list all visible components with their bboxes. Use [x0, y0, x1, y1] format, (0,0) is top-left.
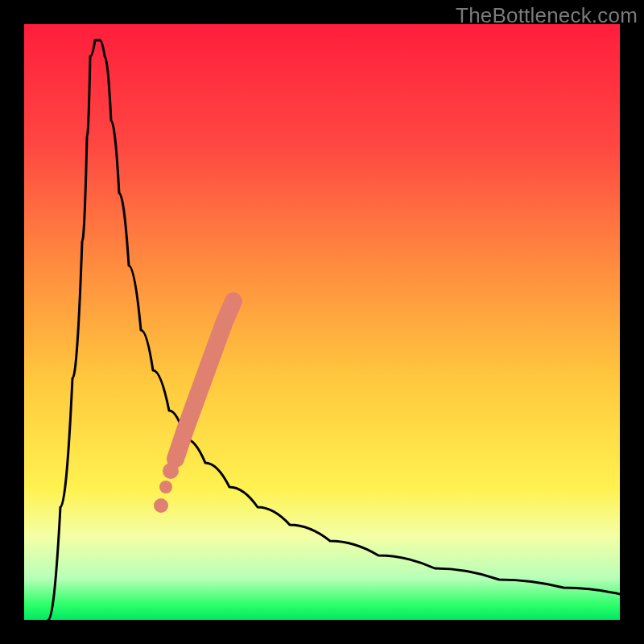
marker-dot — [154, 498, 168, 513]
marker-dot — [159, 481, 172, 493]
marker-dot — [163, 463, 179, 479]
plot-area — [24, 24, 620, 620]
curve-layer — [24, 24, 620, 620]
bottleneck-curve — [48, 40, 620, 620]
marker-dots — [154, 463, 179, 513]
marker-band — [175, 301, 233, 459]
chart-frame: TheBottleneck.com — [0, 0, 644, 644]
